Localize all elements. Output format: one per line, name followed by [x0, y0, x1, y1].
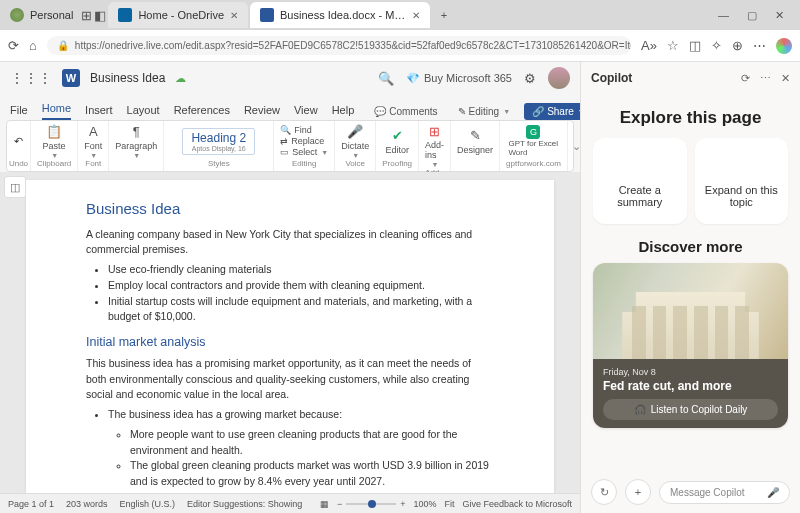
tab-title: Business Idea.docx - Microsoft W	[280, 9, 406, 21]
close-icon[interactable]: ✕	[781, 72, 790, 85]
view-mode-icon[interactable]: ▦	[320, 499, 329, 509]
tab-references[interactable]: References	[174, 104, 230, 120]
copilot-browser-icon[interactable]	[776, 38, 792, 54]
tab-review[interactable]: Review	[244, 104, 280, 120]
status-words[interactable]: 203 words	[66, 499, 108, 509]
tab-insert[interactable]: Insert	[85, 104, 113, 120]
doc-subbullet: More people want to use green cleaning p…	[130, 427, 494, 459]
doc-h1: Business Idea	[86, 198, 494, 221]
status-feedback[interactable]: Give Feedback to Microsoft	[462, 499, 572, 509]
placeholder: Message Copilot	[670, 487, 744, 498]
minimize-button[interactable]: —	[718, 9, 729, 22]
paste-button[interactable]: 📋Paste▼	[43, 124, 66, 159]
doc-h2: Initial market analysis	[86, 333, 494, 352]
card-expand-topic[interactable]: Expand on this topic	[695, 138, 789, 224]
dictate-button[interactable]: 🎤Dictate▼	[341, 124, 369, 159]
refresh-icon[interactable]: ⟳	[741, 72, 750, 85]
word-icon	[260, 8, 274, 22]
saved-icon: ☁	[175, 72, 186, 85]
card-create-summary[interactable]: Create a summary	[593, 138, 687, 224]
favorite-icon[interactable]: ☆	[667, 38, 679, 53]
favorites-bar-icon[interactable]: ✧	[711, 38, 722, 53]
status-page[interactable]: Page 1 of 1	[8, 499, 54, 509]
close-icon[interactable]: ✕	[412, 10, 420, 21]
extensions-icon[interactable]: ⋯	[753, 38, 766, 53]
message-input[interactable]: Message Copilot 🎤	[659, 481, 790, 504]
browser-tab-onedrive[interactable]: Home - OneDrive ✕	[108, 2, 248, 28]
explore-heading: Explore this page	[593, 108, 788, 128]
news-headline: Fed rate cut, and more	[603, 379, 778, 393]
status-fit[interactable]: Fit	[444, 499, 454, 509]
replace-button[interactable]: ⇄ Replace	[280, 136, 328, 146]
select-button[interactable]: ▭ Select▼	[280, 147, 328, 157]
document-page[interactable]: Business Idea A cleaning company based i…	[26, 180, 554, 493]
settings-icon[interactable]: ⚙	[524, 71, 536, 86]
comments-button[interactable]: 💬 Comments	[368, 104, 443, 119]
tab-help[interactable]: Help	[332, 104, 355, 120]
microphone-icon[interactable]: 🎤	[767, 487, 779, 498]
doc-bullet: The business idea has a growing market b…	[108, 408, 342, 420]
style-heading2[interactable]: Heading 2Aptos Display, 16	[182, 128, 255, 155]
designer-button[interactable]: ✎Designer	[457, 128, 493, 155]
doc-bullet: Use eco-friendly cleaning materials	[108, 262, 494, 278]
font-button[interactable]: AFont▼	[84, 124, 102, 159]
tab-layout[interactable]: Layout	[127, 104, 160, 120]
user-avatar[interactable]	[548, 67, 570, 89]
editor-button[interactable]: ✔Editor	[385, 128, 409, 155]
onedrive-icon	[118, 8, 132, 22]
doc-bullet: Employ local contractors and provide the…	[108, 278, 494, 294]
tab-home[interactable]: Home	[42, 102, 71, 120]
doc-p1: A cleaning company based in New York Cit…	[86, 227, 494, 259]
collections-icon[interactable]: ⊕	[732, 38, 743, 53]
undo-icon[interactable]: ↶	[14, 135, 23, 148]
status-editor[interactable]: Editor Suggestions: Showing	[187, 499, 302, 509]
more-icon[interactable]: ⋯	[760, 72, 771, 85]
split-icon[interactable]: ◫	[689, 38, 701, 53]
home-icon[interactable]: ⌂	[29, 38, 37, 53]
url-text: https://onedrive.live.com/edit.aspx?resi…	[75, 40, 631, 51]
search-icon[interactable]: 🔍	[378, 71, 394, 86]
lock-icon: 🔒	[57, 40, 69, 51]
zoom-slider[interactable]: −+	[337, 499, 406, 509]
doc-p2: This business idea has a promising marke…	[86, 356, 494, 403]
doc-subbullet: The global green cleaning products marke…	[130, 458, 494, 490]
status-zoom[interactable]: 100%	[413, 499, 436, 509]
browser-tab-word[interactable]: Business Idea.docx - Microsoft W ✕	[250, 2, 430, 28]
close-icon[interactable]: ✕	[230, 10, 238, 21]
discover-heading: Discover more	[593, 238, 788, 255]
tab-view[interactable]: View	[294, 104, 318, 120]
listen-button[interactable]: 🎧Listen to Copilot Daily	[603, 399, 778, 420]
find-button[interactable]: 🔍 Find	[280, 125, 328, 135]
refresh-icon[interactable]: ⟳	[8, 38, 19, 53]
profile-label: Personal	[30, 9, 73, 21]
history-button[interactable]: ↻	[591, 479, 617, 505]
new-chat-button[interactable]: +	[625, 479, 651, 505]
buy-m365-button[interactable]: 💎 Buy Microsoft 365	[406, 72, 512, 85]
close-window-button[interactable]: ✕	[775, 9, 784, 22]
tab-title: Home - OneDrive	[138, 9, 224, 21]
addins-button[interactable]: ⊞Add-ins▼	[425, 123, 444, 168]
news-image	[593, 263, 788, 359]
tab-file[interactable]: File	[10, 104, 28, 120]
workspaces-icon[interactable]: ⊞	[81, 8, 92, 23]
news-card[interactable]: Friday, Nov 8 Fed rate cut, and more 🎧Li…	[593, 263, 788, 428]
ribbon: ↶Undo 📋Paste▼Clipboard AFont▼Font ¶Parag…	[6, 120, 574, 172]
read-aloud-icon[interactable]: A»	[641, 38, 657, 53]
document-title[interactable]: Business Idea	[90, 71, 165, 85]
app-launcher-icon[interactable]: ⋮⋮⋮	[10, 70, 52, 86]
headphones-icon: 🎧	[634, 404, 646, 415]
maximize-button[interactable]: ▢	[747, 9, 757, 22]
copilot-title: Copilot	[591, 71, 632, 85]
status-lang[interactable]: English (U.S.)	[120, 499, 176, 509]
doc-bullet: Initial startup costs will include equip…	[108, 294, 494, 326]
editing-mode-button[interactable]: ✎ Editing▼	[452, 104, 517, 119]
profile-chip[interactable]: Personal	[4, 2, 79, 28]
address-bar[interactable]: 🔒 https://onedrive.live.com/edit.aspx?re…	[47, 36, 631, 55]
tab-actions-icon[interactable]: ◧	[94, 8, 106, 23]
word-logo-icon: W	[62, 69, 80, 87]
gpt-addin-button[interactable]: GGPT for Excel Word	[508, 125, 558, 158]
paragraph-button[interactable]: ¶Paragraph▼	[115, 124, 157, 159]
profile-avatar-icon	[10, 8, 24, 22]
navigation-pane-icon[interactable]: ◫	[4, 176, 26, 198]
new-tab-button[interactable]: +	[432, 3, 456, 27]
